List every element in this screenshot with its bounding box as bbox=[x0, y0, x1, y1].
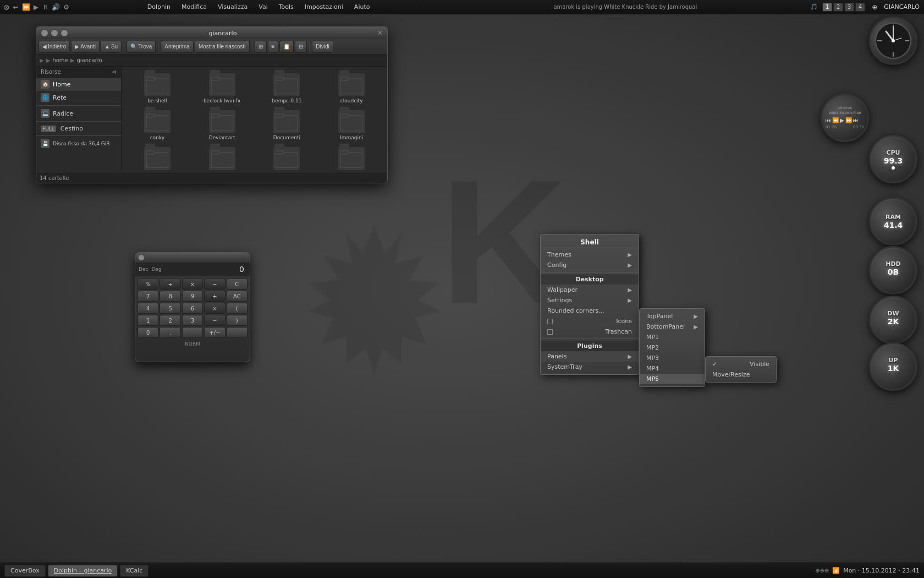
context-trashcan[interactable]: Trashcan bbox=[541, 326, 639, 337]
calc-btn-−[interactable]: − bbox=[204, 315, 225, 326]
system-icon-6[interactable]: 🔊 bbox=[52, 3, 60, 11]
context-panels[interactable]: Panels ▶ bbox=[541, 351, 639, 362]
system-icon-7[interactable]: ⚙ bbox=[63, 3, 69, 11]
panel-toppanel[interactable]: TopPanel ▶ bbox=[640, 311, 705, 321]
calc-btn-C[interactable]: C bbox=[227, 279, 248, 290]
menu-visualizza[interactable]: Visualizza bbox=[216, 2, 250, 12]
context-rounded[interactable]: Rounded corners... bbox=[541, 306, 639, 316]
calc-btn-8[interactable]: 8 bbox=[160, 291, 180, 302]
menu-modifica[interactable]: Modifica bbox=[179, 2, 209, 12]
file-item-scaricati[interactable]: Scaricati bbox=[320, 145, 383, 171]
dolphin-maximize-button[interactable] bbox=[61, 29, 68, 37]
sidebar-item-disco[interactable]: 💾 Disco fisso da 36,4 GiB bbox=[36, 137, 121, 150]
workspace-2[interactable]: 2 bbox=[833, 3, 843, 12]
calc-btn-1[interactable]: 1 bbox=[138, 315, 158, 326]
file-item-be-shell[interactable]: be-shell bbox=[126, 71, 189, 106]
next-button[interactable]: ⏭ bbox=[853, 117, 859, 124]
file-item-progetti[interactable]: Progetti bbox=[256, 145, 318, 171]
context-systemtray[interactable]: SystemTray ▶ bbox=[541, 362, 639, 372]
mp5-visible[interactable]: ✓ Visible bbox=[706, 359, 776, 369]
file-item-deviantart[interactable]: Deviantart bbox=[191, 108, 254, 143]
system-icon-1[interactable]: ⊗ bbox=[3, 3, 10, 12]
calc-btn-6[interactable]: 6 bbox=[182, 303, 203, 314]
dolphin-close-button[interactable] bbox=[41, 29, 48, 37]
file-item-libmpdclient-2-7[interactable]: libmpdclient-2.7 bbox=[126, 145, 189, 171]
rewind-button[interactable]: ⏪ bbox=[832, 117, 839, 124]
search-button[interactable]: 🔍 Trova bbox=[127, 41, 156, 53]
calc-btn-)[interactable]: ) bbox=[227, 315, 248, 326]
sidebar-collapse-icon[interactable]: ⊲ bbox=[112, 69, 117, 75]
calc-btn-×[interactable]: × bbox=[182, 279, 203, 290]
calc-btn-÷[interactable]: ÷ bbox=[160, 279, 180, 290]
calc-btn-+[interactable]: + bbox=[204, 291, 225, 302]
sidebar-item-cestino[interactable]: FULL Cestino bbox=[36, 123, 121, 134]
trashcan-checkbox[interactable] bbox=[547, 329, 553, 335]
workspace-3[interactable]: 3 bbox=[844, 3, 854, 12]
sidebar-item-home[interactable]: 🏠 Home bbox=[36, 78, 121, 91]
panel-mp1[interactable]: MP1 bbox=[640, 332, 705, 342]
menu-vai[interactable]: Vai bbox=[256, 2, 270, 12]
back-button[interactable]: ◀ Indietro bbox=[38, 41, 70, 53]
view-list[interactable]: ≡ bbox=[268, 41, 279, 53]
menu-aiuto[interactable]: Aiuto bbox=[352, 2, 372, 12]
file-item-conky[interactable]: conky bbox=[126, 108, 189, 143]
file-item-bempc-0-11[interactable]: bempc-0.11 bbox=[256, 71, 318, 106]
calc-btn-2[interactable]: 2 bbox=[160, 315, 180, 326]
calc-btn-0[interactable]: 0 bbox=[138, 327, 158, 338]
context-menu[interactable]: Shell Themes ▶ Config ▶ Desktop Wallpape… bbox=[540, 234, 639, 375]
calc-btn-+/−[interactable]: +/− bbox=[204, 327, 225, 338]
file-item-documenti[interactable]: Documenti bbox=[256, 108, 318, 143]
menu-tools[interactable]: Tools bbox=[277, 2, 296, 12]
calc-btn-4[interactable]: 4 bbox=[138, 303, 158, 314]
calc-btn-−[interactable]: − bbox=[204, 279, 225, 290]
context-themes[interactable]: Themes ▶ bbox=[541, 249, 639, 260]
taskbar-coverbox[interactable]: CoverBox bbox=[4, 565, 46, 577]
panel-mp2[interactable]: MP2 bbox=[640, 342, 705, 353]
calc-btn-×[interactable]: × bbox=[204, 303, 225, 314]
file-item-immagini[interactable]: Immagini bbox=[320, 108, 383, 143]
dolphin-minimize-button[interactable] bbox=[51, 29, 58, 37]
fastforward-button[interactable]: ⏩ bbox=[845, 117, 852, 124]
panel-mp5[interactable]: MP5 bbox=[640, 374, 705, 384]
file-item-cloudcity[interactable]: cloudcity bbox=[320, 71, 383, 106]
preview-button[interactable]: Anteprima bbox=[161, 41, 194, 53]
hidden-files-button[interactable]: Mostra file nascosti bbox=[195, 41, 250, 53]
prev-button[interactable]: ⏮ bbox=[826, 117, 831, 124]
menu-impostazioni[interactable]: Impostazioni bbox=[302, 2, 345, 12]
context-config[interactable]: Config ▶ bbox=[541, 260, 639, 270]
system-icon-4[interactable]: ▶ bbox=[34, 3, 38, 11]
sidebar-item-radice[interactable]: 💻 Radice bbox=[36, 107, 121, 120]
file-item-musica[interactable]: Musica bbox=[191, 145, 254, 171]
context-settings[interactable]: Settings ▶ bbox=[541, 295, 639, 306]
menu-dolphin[interactable]: Dolphin bbox=[145, 2, 173, 12]
icons-checkbox[interactable] bbox=[547, 319, 553, 324]
panel-mp4[interactable]: MP4 bbox=[640, 363, 705, 374]
context-wallpaper[interactable]: Wallpaper ▶ bbox=[541, 285, 639, 295]
view-icons[interactable]: ⊞ bbox=[255, 41, 267, 53]
context-icons[interactable]: Icons bbox=[541, 316, 639, 326]
mp5-moveresize[interactable]: Move/Resize bbox=[706, 369, 776, 380]
calc-btn-7[interactable]: 7 bbox=[138, 291, 158, 302]
forward-button[interactable]: ▶ Avanti bbox=[71, 41, 100, 53]
workspace-4[interactable]: 4 bbox=[855, 3, 865, 12]
system-icon-2[interactable]: ↩ bbox=[13, 3, 19, 11]
calc-btn-5[interactable]: 5 bbox=[160, 303, 180, 314]
panel-mp3[interactable]: MP3 bbox=[640, 353, 705, 363]
breadcrumb-home[interactable]: home bbox=[52, 57, 68, 63]
split-button[interactable]: Dividi bbox=[312, 41, 333, 53]
calc-btn-AC[interactable]: AC bbox=[227, 291, 248, 302]
system-icon-5[interactable]: ⏸ bbox=[42, 3, 48, 11]
calc-btn-3[interactable]: 3 bbox=[182, 315, 203, 326]
taskbar-kcalc[interactable]: KCalc bbox=[120, 565, 148, 577]
mp5-submenu[interactable]: ✓ Visible Move/Resize bbox=[705, 356, 777, 383]
file-item-beclock-lwin-fx[interactable]: beclock-lwin-fx bbox=[191, 71, 254, 106]
breadcrumb-giancarlo[interactable]: giancarlo bbox=[76, 57, 102, 63]
dolphin-close-icon[interactable]: ✕ bbox=[377, 29, 383, 37]
play-button[interactable]: ▶ bbox=[840, 117, 844, 124]
system-icon-3[interactable]: ⏩ bbox=[22, 3, 30, 11]
calc-btn-.[interactable]: . bbox=[160, 327, 180, 338]
view-details[interactable]: 📋 bbox=[279, 41, 294, 53]
workspace-1[interactable]: 1 bbox=[822, 3, 832, 12]
calc-btn-([interactable]: ( bbox=[227, 303, 248, 314]
panel-bottompanel[interactable]: BottomPanel ▶ bbox=[640, 321, 705, 332]
